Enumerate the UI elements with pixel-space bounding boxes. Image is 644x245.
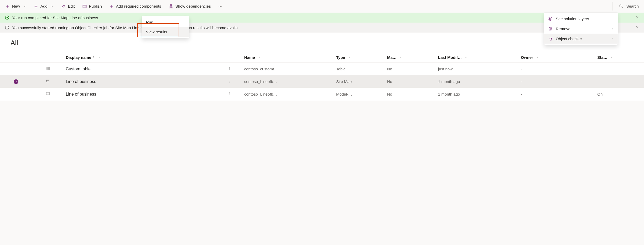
svg-point-16 bbox=[229, 80, 230, 80]
row-more-actions[interactable] bbox=[217, 75, 242, 88]
more-vertical-icon bbox=[227, 92, 231, 96]
col-type-label: Type bbox=[336, 55, 345, 60]
publish-icon bbox=[82, 4, 87, 9]
info-circle-icon bbox=[5, 25, 9, 30]
list-icon bbox=[34, 55, 38, 59]
svg-point-12 bbox=[229, 67, 230, 68]
chevron-down-icon bbox=[464, 56, 468, 59]
col-managed-label: Ma… bbox=[387, 55, 397, 60]
table-row[interactable]: Custom tablecontoso_customt…TableNojust … bbox=[0, 63, 644, 75]
row-select-cell[interactable] bbox=[0, 63, 32, 75]
more-commands-button[interactable] bbox=[215, 2, 226, 11]
svg-point-13 bbox=[229, 68, 230, 69]
svg-point-22 bbox=[229, 95, 230, 95]
svg-point-20 bbox=[229, 92, 230, 93]
col-managed[interactable]: Ma… bbox=[385, 52, 436, 63]
chevron-down-icon bbox=[98, 56, 101, 59]
row-last-modified: 1 month ago bbox=[436, 75, 519, 88]
row-managed: No bbox=[385, 88, 436, 101]
svg-point-8 bbox=[551, 38, 552, 39]
row-more-actions[interactable] bbox=[217, 63, 242, 75]
submenu-view-results[interactable]: View results bbox=[142, 27, 189, 37]
row-select-cell[interactable] bbox=[0, 88, 32, 101]
new-button[interactable]: New bbox=[2, 2, 29, 11]
svg-point-21 bbox=[229, 93, 230, 94]
row-status bbox=[595, 63, 644, 75]
close-icon bbox=[635, 25, 639, 29]
col-status-label: Sta… bbox=[597, 55, 607, 60]
row-type-icon bbox=[32, 88, 64, 101]
col-select[interactable] bbox=[0, 52, 32, 63]
col-display-name-label: Display name bbox=[66, 55, 91, 60]
table-header-row: Display name Name Type Ma… bbox=[0, 52, 644, 63]
row-name: contoso_customt… bbox=[242, 63, 334, 75]
menu-see-layers-label: See solution layers bbox=[556, 17, 589, 21]
plus-icon bbox=[109, 4, 114, 9]
row-type: Site Map bbox=[334, 75, 385, 88]
svg-rect-19 bbox=[46, 92, 49, 95]
col-owner[interactable]: Owner bbox=[519, 52, 595, 63]
row-type-icon bbox=[32, 75, 64, 88]
row-last-modified: just now bbox=[436, 63, 519, 75]
row-display-name[interactable]: Line of business bbox=[64, 88, 217, 101]
svg-rect-15 bbox=[46, 80, 49, 82]
svg-rect-0 bbox=[83, 5, 86, 8]
sort-ascending-icon bbox=[92, 56, 95, 59]
row-name: contoso_Lineofb… bbox=[242, 88, 334, 101]
col-owner-label: Owner bbox=[521, 55, 533, 60]
row-type: Table bbox=[334, 63, 385, 75]
submenu-run-label: Run bbox=[146, 20, 153, 24]
info-banner-text: You successfully started running an Obje… bbox=[12, 25, 238, 30]
search-input[interactable]: Search bbox=[616, 2, 642, 11]
menu-see-solution-layers[interactable]: See solution layers bbox=[544, 14, 618, 24]
col-type[interactable]: Type bbox=[334, 52, 385, 63]
menu-remove[interactable]: Remove bbox=[544, 24, 618, 34]
row-display-name[interactable]: Line of business bbox=[64, 75, 217, 88]
submenu-run[interactable]: Run bbox=[142, 17, 189, 27]
menu-object-checker[interactable]: Object checker bbox=[544, 34, 618, 44]
menu-object-checker-label: Object checker bbox=[556, 37, 582, 41]
hierarchy-icon bbox=[169, 4, 173, 9]
add-required-button[interactable]: Add required components bbox=[106, 2, 164, 11]
row-status bbox=[595, 75, 644, 88]
submenu-view-results-label: View results bbox=[146, 30, 167, 34]
row-last-modified: 1 month ago bbox=[436, 88, 519, 101]
row-select-cell[interactable] bbox=[0, 75, 32, 88]
show-dependencies-button[interactable]: Show dependencies bbox=[165, 2, 214, 11]
divider bbox=[612, 2, 612, 11]
trash-icon bbox=[548, 26, 553, 31]
col-last-modified[interactable]: Last Modif… bbox=[436, 52, 519, 63]
row-selected-checkmark[interactable] bbox=[14, 79, 18, 84]
edit-label: Edit bbox=[68, 4, 75, 8]
row-more-actions[interactable] bbox=[217, 88, 242, 101]
row-owner: - bbox=[519, 63, 595, 75]
edit-button[interactable]: Edit bbox=[58, 2, 78, 11]
chevron-down-icon bbox=[258, 56, 261, 59]
add-button[interactable]: Add bbox=[30, 2, 57, 11]
col-status[interactable]: Sta… bbox=[595, 52, 644, 63]
row-type: Model-… bbox=[334, 88, 385, 101]
col-name[interactable]: Name bbox=[242, 52, 334, 63]
col-icon[interactable] bbox=[32, 52, 64, 63]
table-row[interactable]: Line of businesscontoso_Lineofb…Model-…N… bbox=[0, 88, 644, 101]
close-info-banner-button[interactable] bbox=[633, 24, 641, 31]
publish-button[interactable]: Publish bbox=[79, 2, 105, 11]
svg-rect-2 bbox=[169, 7, 170, 8]
table-row[interactable]: Line of businesscontoso_Lineofb…Site Map… bbox=[0, 75, 644, 88]
search-icon bbox=[619, 4, 624, 9]
chevron-down-icon bbox=[51, 5, 54, 8]
new-label: New bbox=[12, 4, 20, 8]
publish-label: Publish bbox=[89, 4, 102, 8]
chevron-right-icon bbox=[611, 37, 614, 40]
add-label: Add bbox=[40, 4, 48, 8]
svg-rect-11 bbox=[46, 67, 49, 70]
col-name-label: Name bbox=[244, 55, 255, 60]
row-owner: - bbox=[519, 75, 595, 88]
row-display-name[interactable]: Custom table bbox=[64, 63, 217, 75]
col-display-name[interactable]: Display name bbox=[64, 52, 217, 63]
svg-point-4 bbox=[219, 6, 219, 6]
chevron-right-icon bbox=[611, 27, 614, 30]
command-bar: New Add Edit Publish Add required compon… bbox=[0, 0, 644, 13]
row-managed: No bbox=[385, 63, 436, 75]
close-success-banner-button[interactable] bbox=[633, 14, 641, 21]
